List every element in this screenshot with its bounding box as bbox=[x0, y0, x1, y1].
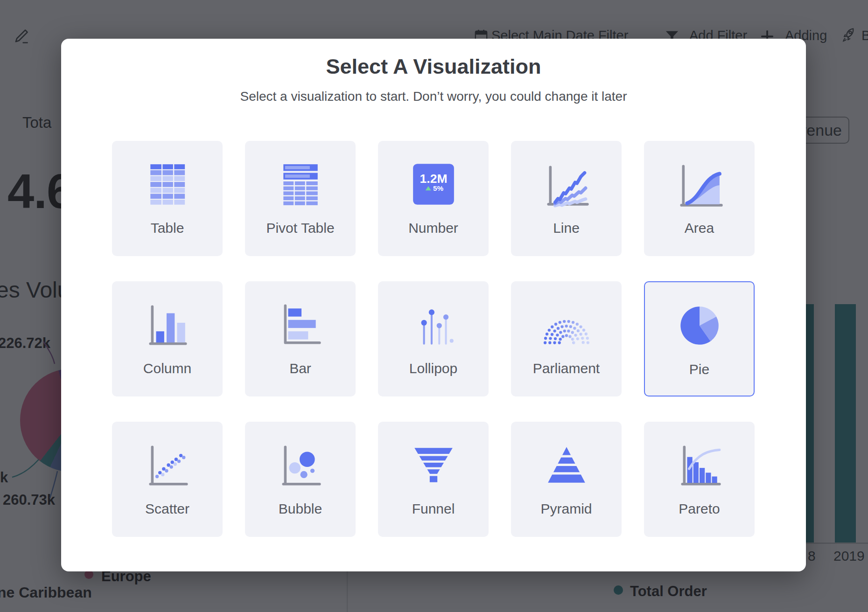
tile-label: Column bbox=[112, 361, 223, 376]
pyramid-chart-icon bbox=[543, 441, 590, 489]
tile-label: Table bbox=[112, 220, 223, 236]
viz-tile-funnel[interactable]: Funnel bbox=[378, 422, 489, 537]
number-icon-delta: 5% bbox=[433, 184, 443, 192]
viz-tile-area[interactable]: Area bbox=[644, 141, 755, 256]
viz-tile-line[interactable]: Line bbox=[511, 141, 622, 256]
number-icon-value: 1.2M bbox=[420, 172, 447, 186]
viz-tile-lollipop[interactable]: Lollipop bbox=[378, 281, 489, 396]
tile-label: Pareto bbox=[644, 501, 755, 517]
parliament-chart-icon bbox=[543, 301, 590, 348]
tile-label: Bar bbox=[245, 361, 356, 376]
bar-chart-icon bbox=[277, 301, 324, 348]
viz-tile-bubble[interactable]: Bubble bbox=[245, 422, 356, 537]
viz-tile-pie[interactable]: Pie bbox=[644, 281, 755, 396]
area-chart-icon bbox=[676, 160, 723, 208]
tile-label: Line bbox=[511, 220, 622, 236]
viz-tile-parliament[interactable]: Parliament bbox=[511, 281, 622, 396]
pareto-chart-icon bbox=[676, 441, 723, 489]
funnel-chart-icon bbox=[410, 441, 457, 489]
viz-tile-table[interactable]: Table bbox=[112, 141, 223, 256]
viz-tile-pareto[interactable]: Pareto bbox=[644, 422, 755, 537]
column-chart-icon bbox=[144, 301, 191, 348]
visualization-grid: Table Pivot Table 1.2M bbox=[112, 141, 755, 537]
viz-tile-bar[interactable]: Bar bbox=[245, 281, 356, 396]
tile-label: Area bbox=[644, 220, 755, 236]
line-chart-icon bbox=[543, 160, 590, 208]
modal-subtitle: Select a visualization to start. Don’t w… bbox=[61, 79, 806, 104]
tile-label: Parliament bbox=[511, 361, 622, 376]
select-visualization-modal: Select A Visualization Select a visualiz… bbox=[61, 39, 806, 571]
pie-chart-icon bbox=[676, 302, 723, 349]
tile-label: Bubble bbox=[245, 501, 356, 517]
tile-label: Lollipop bbox=[378, 361, 489, 376]
viz-tile-pivot-table[interactable]: Pivot Table bbox=[245, 141, 356, 256]
tile-label: Number bbox=[378, 220, 489, 236]
table-chart-icon bbox=[144, 160, 191, 208]
pivot-table-icon bbox=[277, 160, 324, 208]
tile-label: Funnel bbox=[378, 501, 489, 517]
lollipop-chart-icon bbox=[410, 301, 457, 348]
viz-tile-scatter[interactable]: Scatter bbox=[112, 422, 223, 537]
bubble-chart-icon bbox=[277, 441, 324, 489]
viz-tile-number[interactable]: 1.2M 5% Number bbox=[378, 141, 489, 256]
tile-label: Pie bbox=[645, 362, 754, 377]
viz-tile-pyramid[interactable]: Pyramid bbox=[511, 422, 622, 537]
tile-label: Pyramid bbox=[511, 501, 622, 517]
tile-label: Scatter bbox=[112, 501, 223, 517]
viz-tile-column[interactable]: Column bbox=[112, 281, 223, 396]
tile-label: Pivot Table bbox=[245, 220, 356, 236]
modal-title: Select A Visualization bbox=[61, 39, 806, 79]
scatter-chart-icon bbox=[144, 441, 191, 489]
number-kpi-icon: 1.2M 5% bbox=[410, 160, 457, 208]
